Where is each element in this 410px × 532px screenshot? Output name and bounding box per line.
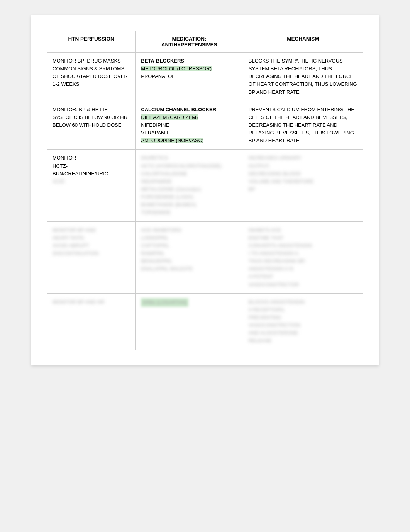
mechanism-text-3: INCREASES URINARY OUTPUT, DECREASING BLO… (249, 154, 357, 193)
mechanism-cell-1: BLOCKS THE SYMPATHETIC NERVOUS SYSTEM BE… (243, 53, 363, 101)
medication-text-5: ARBs (LOSARTAN) (141, 298, 237, 307)
mechanism-text-5: BLOCKS ANGIOTENSIN II RECEPTORS, PREVENT… (249, 298, 357, 345)
medication-text-1: BETA-BLOCKERS METOPROLOL (LOPRESSOR) PRO… (141, 57, 237, 80)
medication-text-3: DIURETICS HCTZ (HYDROCHLOROTHIAZIDE) CHL… (141, 154, 237, 216)
header-mechanism: MECHANISM (243, 31, 363, 53)
medication-cell-2: CALCIUM CHANNEL BLOCKER DILTIAZEM (CARDI… (136, 101, 243, 150)
mechanism-text-2: PREVENTS CALCIUM FROM ENTERING THE CELLS… (249, 106, 357, 145)
table-row: MONITOR BP; DRUG MASKS COMMON SIGNS & SY… (47, 53, 363, 101)
medication-highlighted-1: METOPROLOL (LOPRESSOR) (141, 66, 212, 71)
table-row: MONITOR BP AND HR ARBs (LOSARTAN) BLOCKS… (47, 293, 363, 350)
nursing-text-2: MONITOR: BP & HRT IF SYSTOLIC IS BELOW 9… (53, 106, 130, 129)
mechanism-cell-4: INHIBITS ACE ENZYME THAT CONVERTS ANGIOT… (243, 221, 363, 293)
nursing-cell-3: MONITORHCTZ-BUN/CREATININE/URIC ACID (47, 150, 136, 221)
nursing-text-5: MONITOR BP AND HR (53, 298, 130, 306)
medication-text-4: ACE INHIBITORS LISINOPRIL CAPTOPRIL RAMI… (141, 226, 237, 273)
medication-highlighted-5: ARBs (LOSARTAN) (141, 298, 188, 307)
medication-bold-1: BETA-BLOCKERS (141, 58, 184, 64)
header-medication: MEDICATION:ANTIHYPERTENSIVES (136, 31, 243, 53)
table-row: MONITORHCTZ-BUN/CREATININE/URIC ACID DIU… (47, 150, 363, 221)
main-table: HTN PERFUSSION MEDICATION:ANTIHYPERTENSI… (47, 31, 363, 350)
nursing-cell-2: MONITOR: BP & HRT IF SYSTOLIC IS BELOW 9… (47, 101, 136, 150)
mechanism-cell-5: BLOCKS ANGIOTENSIN II RECEPTORS, PREVENT… (243, 293, 363, 350)
nursing-text-3-blurred: ACID (53, 178, 64, 184)
page: HTN PERFUSSION MEDICATION:ANTIHYPERTENSI… (31, 15, 379, 365)
medication-cell-5: ARBs (LOSARTAN) (136, 293, 243, 350)
medication-bold-2: CALCIUM CHANNEL BLOCKER (141, 107, 216, 112)
medication-cell-1: BETA-BLOCKERS METOPROLOL (LOPRESSOR) PRO… (136, 53, 243, 101)
table-row: MONITOR BP AND HEART RATE; AVOID ABRUPT … (47, 221, 363, 293)
medication-text-2: CALCIUM CHANNEL BLOCKER DILTIAZEM (CARDI… (141, 106, 237, 145)
nursing-text-3: MONITORHCTZ-BUN/CREATININE/URIC ACID (53, 154, 130, 185)
header-medication-text: MEDICATION:ANTIHYPERTENSIVES (161, 36, 217, 48)
table-row: MONITOR: BP & HRT IF SYSTOLIC IS BELOW 9… (47, 101, 363, 150)
mechanism-text-4: INHIBITS ACE ENZYME THAT CONVERTS ANGIOT… (249, 226, 357, 289)
medication-cell-3: DIURETICS HCTZ (HYDROCHLOROTHIAZIDE) CHL… (136, 150, 243, 221)
nursing-text-1: MONITOR BP; DRUG MASKS COMMON SIGNS & SY… (53, 57, 130, 88)
nursing-cell-1: MONITOR BP; DRUG MASKS COMMON SIGNS & SY… (47, 53, 136, 101)
medication-highlighted-2a: DILTIAZEM (CARDIZEM) (141, 114, 198, 120)
nursing-cell-4: MONITOR BP AND HEART RATE; AVOID ABRUPT … (47, 221, 136, 293)
nursing-cell-5: MONITOR BP AND HR (47, 293, 136, 350)
mechanism-cell-3: INCREASES URINARY OUTPUT, DECREASING BLO… (243, 150, 363, 221)
nursing-text-4: MONITOR BP AND HEART RATE; AVOID ABRUPT … (53, 226, 130, 258)
header-nursing: HTN PERFUSSION (47, 31, 136, 53)
medication-cell-4: ACE INHIBITORS LISINOPRIL CAPTOPRIL RAMI… (136, 221, 243, 293)
medication-highlighted-2b: AMLODOPINE (NORVASC) (141, 138, 203, 143)
mechanism-cell-2: PREVENTS CALCIUM FROM ENTERING THE CELLS… (243, 101, 363, 150)
mechanism-text-1: BLOCKS THE SYMPATHETIC NERVOUS SYSTEM BE… (249, 57, 357, 96)
